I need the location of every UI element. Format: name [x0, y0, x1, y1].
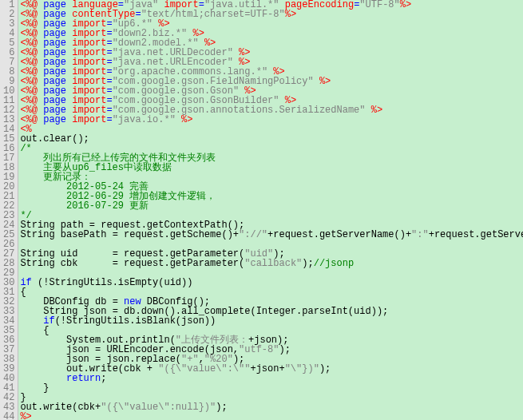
token-blue: [314, 76, 319, 87]
token-green: 2016-07-29 更新: [20, 200, 149, 212]
code-line[interactable]: %>: [20, 412, 523, 420]
token-black: (!StringUtils.isBlank(json)): [55, 315, 216, 327]
token-black: out.write(cbk+: [20, 402, 101, 413]
code-line[interactable]: <%@ page import="java.io.*" %>: [20, 115, 523, 125]
token-gray: "callback": [244, 258, 302, 269]
code-line[interactable]: <%: [20, 125, 523, 134]
token-red: %>: [400, 0, 411, 10]
token-black: (!StringUtils.isEmpty(uid)): [38, 277, 192, 288]
token-gray: ":": [411, 229, 429, 240]
token-blue: [366, 105, 371, 116]
token-gray: "({\"value\":null})": [101, 402, 216, 413]
token-blue: page: [43, 114, 72, 125]
code-line[interactable]: out.clear();: [20, 134, 523, 144]
token-black: );: [279, 344, 290, 355]
code-line[interactable]: 2016-07-29 更新: [20, 201, 523, 211]
token-red: %>: [20, 411, 31, 420]
token-black: +request.getServerName()+: [267, 229, 411, 240]
code-line[interactable]: 主要从up6_files中读取数据: [20, 163, 523, 172]
code-line[interactable]: out.write(cbk+"({\"value\":null})");: [20, 402, 523, 412]
line-number-gutter: 1234567891011121314151617181920212223242…: [0, 0, 18, 420]
code-line[interactable]: }: [20, 383, 523, 393]
token-red: %>: [319, 76, 331, 87]
code-line[interactable]: return;: [20, 374, 523, 383]
token-gray: "\"})": [285, 363, 319, 374]
code-line[interactable]: if(!StringUtils.isBlank(json)): [20, 316, 523, 326]
token-gray: "UTF-8": [359, 0, 399, 10]
token-red: import: [72, 114, 106, 125]
token-black: );: [319, 363, 331, 374]
token-red: %>: [371, 105, 382, 116]
line-number: 44: [3, 412, 14, 420]
token-blue: return: [66, 373, 101, 384]
token-gray: "java.io.*": [113, 114, 176, 125]
token-black: );: [302, 258, 313, 269]
code-line[interactable]: if (!StringUtils.isEmpty(uid)): [20, 278, 523, 287]
token-black: +json+: [250, 363, 284, 374]
token-black: String cbk = request.getParameter(: [20, 258, 244, 269]
code-line[interactable]: String cbk = request.getParameter("callb…: [20, 259, 523, 268]
code-line[interactable]: String basePath = request.getScheme()+":…: [20, 230, 523, 240]
token-blue: [176, 114, 181, 125]
token-black: );: [216, 402, 227, 413]
token-black: ;: [101, 373, 106, 384]
token-gray: "utf-8": [239, 344, 279, 355]
token-gray: "://": [239, 229, 267, 240]
token-green: //jsonp: [314, 258, 354, 269]
token-red: %>: [285, 9, 296, 20]
token-red: %>: [181, 114, 192, 125]
token-gray: "({\"value\":\"": [158, 363, 250, 374]
token-black: String basePath = request.getScheme()+: [20, 229, 239, 240]
token-black: +request.getServerPort()+path+: [429, 229, 523, 240]
code-editor-content[interactable]: <%@ page language="java" import="java.ut…: [18, 0, 523, 420]
token-blue: =: [106, 114, 112, 125]
